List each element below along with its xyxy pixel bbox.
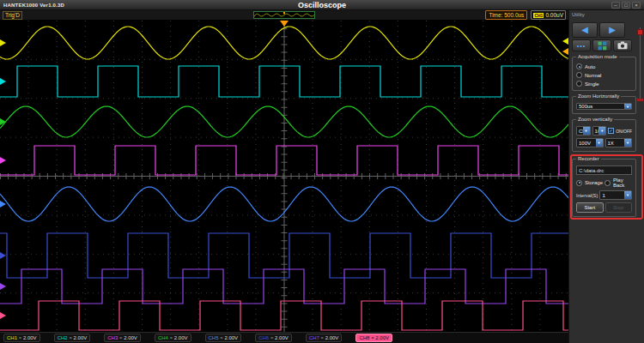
recorder-mode-row: Storage Play Back bbox=[576, 178, 632, 188]
slider-track bbox=[640, 27, 641, 101]
utility-buttons: ◀ ▶ ••• bbox=[572, 22, 636, 51]
timebase-select[interactable]: 500us ▼ bbox=[576, 103, 632, 110]
coupling-icon: = bbox=[371, 335, 374, 340]
channel-badge-ch5[interactable]: CH5 = 2.00V bbox=[205, 334, 242, 342]
radio-off-icon bbox=[605, 180, 611, 186]
slider-end-mark bbox=[637, 99, 643, 101]
zoom-vertical-row1: CH1 ▼ 100V ▼ ✓ ON/OFF bbox=[576, 126, 632, 135]
right-arrow-icon: ▶ bbox=[609, 26, 616, 34]
left-arrow-icon: ◀ bbox=[581, 26, 588, 34]
close-button[interactable]: × bbox=[632, 2, 641, 9]
channel-scale: 2.00V bbox=[174, 335, 188, 340]
coupling-icon: = bbox=[70, 335, 72, 340]
channel-badge-ch4[interactable]: CH4 = 2.00V bbox=[155, 334, 191, 342]
scope-display[interactable] bbox=[0, 21, 568, 332]
probe-select[interactable]: 1X ▼ bbox=[605, 138, 633, 147]
channel-scale: 2.00V bbox=[124, 335, 137, 340]
zoom-horizontal-title: Zoom Horizontally bbox=[576, 93, 621, 99]
next-page-button[interactable]: ▶ bbox=[599, 22, 625, 38]
radio-playback[interactable]: Play Back bbox=[605, 178, 632, 188]
radio-storage[interactable]: Storage bbox=[576, 180, 603, 186]
chevron-down-icon: ▼ bbox=[598, 127, 605, 135]
preview-waveform-icon bbox=[254, 12, 314, 18]
channel-badge-ch3[interactable]: CH3 = 2.00V bbox=[104, 334, 141, 342]
record-file-input[interactable] bbox=[576, 165, 632, 175]
zoom-vertical-group: Zoom vertically CH1 ▼ 100V ▼ ✓ ON/OFF bbox=[572, 119, 636, 152]
minimize-button[interactable]: – bbox=[611, 2, 620, 9]
range-select[interactable]: 100V ▼ bbox=[592, 126, 607, 135]
zoom-horizontal-group: Zoom Horizontally 500us ▼ bbox=[572, 96, 636, 114]
trigger-position-preview[interactable] bbox=[253, 11, 315, 19]
titlebar: HANTEK1000 Ver1.0.3D Oscilloscope – □ × bbox=[0, 0, 644, 10]
zoom-vertical-row2: 100V ▼ 1X ▼ bbox=[576, 138, 632, 147]
window-title: Oscilloscope bbox=[298, 1, 346, 9]
voltage-value: 0.00uV bbox=[545, 11, 563, 19]
coupling-icon: = bbox=[19, 335, 21, 340]
channel-tag: CH1 bbox=[533, 13, 544, 18]
timebase-readout: Time: 500.0us bbox=[485, 10, 527, 20]
coupling-icon: = bbox=[119, 335, 122, 340]
trigger-status: Trig'D bbox=[3, 11, 22, 20]
toolbar: Trig'D Time: 500.0us CH1 0.00uV bbox=[0, 10, 568, 21]
zoom-vertical-title: Zoom vertically bbox=[576, 117, 614, 123]
window-controls: – □ × bbox=[611, 2, 641, 9]
probe-value: 1X bbox=[606, 139, 625, 147]
channel-badge-ch1[interactable]: CH1 = 2.00V bbox=[3, 334, 40, 342]
intensity-slider[interactable] bbox=[637, 27, 643, 101]
radio-on-icon bbox=[576, 63, 582, 69]
ellipsis-icon: ••• bbox=[577, 43, 586, 49]
interval-select[interactable]: 1 ▼ bbox=[599, 190, 632, 200]
channel-label: CH8 bbox=[359, 335, 369, 340]
maximize-button[interactable]: □ bbox=[622, 2, 630, 9]
nav-row-tools: ••• bbox=[572, 39, 636, 51]
coupling-icon: = bbox=[170, 335, 173, 340]
chevron-down-icon: ▼ bbox=[624, 104, 631, 109]
radio-normal-label: Normal bbox=[585, 73, 601, 78]
volts-div-value: 100V bbox=[577, 139, 596, 147]
acquisition-group: Acquisition mode Auto Normal Single bbox=[572, 57, 636, 91]
channel-label: CH4 bbox=[158, 335, 168, 340]
radio-auto-label: Auto bbox=[585, 64, 595, 69]
channel-badge-ch8[interactable]: CH8 = 2.00V bbox=[355, 334, 392, 342]
channel-badge-ch2[interactable]: CH2 = 2.00V bbox=[54, 334, 91, 342]
slider-thumb[interactable] bbox=[637, 29, 643, 35]
prev-page-button[interactable]: ◀ bbox=[572, 22, 598, 38]
interval-label: Interval(S) bbox=[576, 193, 598, 198]
radio-single[interactable]: Single bbox=[576, 81, 632, 87]
screenshot-button[interactable] bbox=[613, 39, 632, 51]
channel-scale: 2.00V bbox=[74, 335, 88, 340]
channel-label: CH5 bbox=[209, 335, 219, 340]
radio-single-label: Single bbox=[585, 81, 599, 87]
radio-normal[interactable]: Normal bbox=[576, 72, 632, 78]
voltage-readout: CH1 0.00uV bbox=[531, 10, 566, 20]
channel-badge-ch7[interactable]: CH7 = 2.00V bbox=[306, 334, 343, 342]
volts-div-select[interactable]: 100V ▼ bbox=[576, 138, 604, 147]
main-area: Trig'D Time: 500.0us CH1 0.00uV bbox=[0, 10, 644, 343]
app-brand: HANTEK1000 Ver1.0.3D bbox=[3, 3, 64, 8]
channel-label: CH3 bbox=[107, 335, 118, 340]
grid-icon bbox=[598, 41, 607, 51]
channel-scale: 2.00V bbox=[375, 335, 389, 340]
radio-auto[interactable]: Auto bbox=[576, 63, 632, 69]
more-options-button[interactable]: ••• bbox=[572, 39, 591, 51]
onoff-checkbox[interactable]: ✓ bbox=[608, 128, 614, 134]
coupling-icon: = bbox=[270, 335, 273, 340]
radio-off-icon bbox=[576, 81, 582, 87]
channel-scale: 2.00V bbox=[325, 335, 339, 340]
chevron-down-icon: ▼ bbox=[583, 127, 590, 135]
channel-badge-ch6[interactable]: CH6 = 2.00V bbox=[255, 334, 292, 342]
control-sidebar: Utility ◀ ▶ ••• bbox=[568, 10, 644, 343]
panel-grid-button[interactable] bbox=[592, 39, 611, 51]
recorder-section: Recorder Storage Play Back Interva bbox=[572, 159, 636, 217]
record-stop-button[interactable]: Stop bbox=[605, 202, 633, 213]
channel-label: CH1 bbox=[7, 335, 17, 340]
chevron-down-icon: ▼ bbox=[596, 139, 603, 147]
timebase-value: 500us bbox=[577, 104, 624, 109]
coupling-icon: = bbox=[321, 335, 324, 340]
interval-value: 1 bbox=[600, 191, 624, 199]
nav-row-arrows: ◀ ▶ bbox=[572, 22, 636, 38]
camera-icon bbox=[617, 41, 628, 50]
channel-select[interactable]: CH1 ▼ bbox=[576, 126, 591, 135]
record-start-button[interactable]: Start bbox=[576, 202, 604, 213]
channel-scale: 2.00V bbox=[224, 335, 238, 340]
